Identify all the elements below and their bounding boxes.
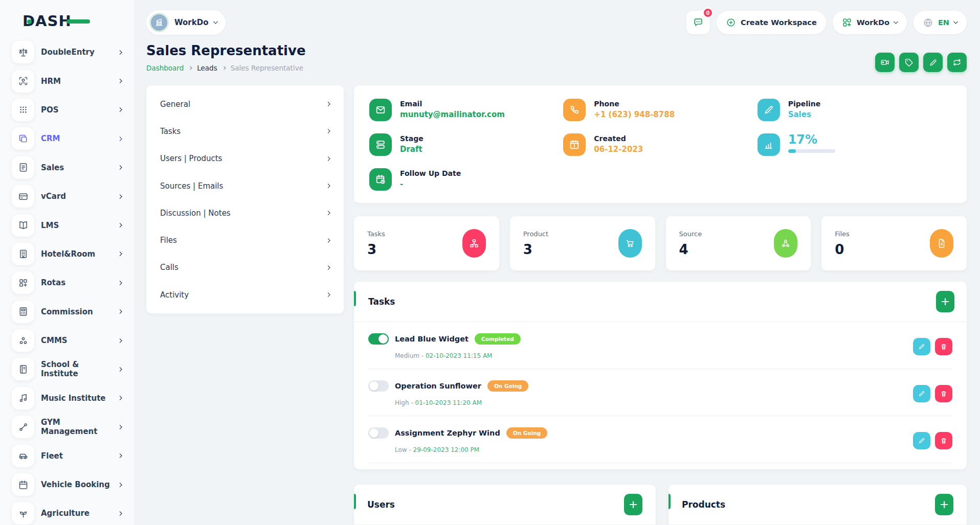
chevron-right-icon [118,338,123,343]
edit-task-button[interactable] [913,432,930,449]
info-progress: 17% [758,133,951,156]
toggle-knob [378,334,388,344]
sidebar-item-gym-management[interactable]: GYM Management [12,413,122,441]
sidebar-item-school-institute[interactable]: School & Institute [12,355,122,383]
edit-task-button[interactable] [913,338,930,355]
convert-to-deal-button[interactable] [875,53,895,72]
workspace-selector[interactable]: WorkDo [146,10,226,35]
delete-task-button[interactable] [935,338,952,355]
sidebar-item-music-institute[interactable]: Music Institute [12,384,122,413]
file-icon [930,229,953,258]
lead-nav-activity[interactable]: Activity [146,281,344,308]
add-product-button[interactable]: + [935,494,953,515]
progress-percent: 17% [788,133,835,146]
sidebar-item-commission[interactable]: Commission [12,298,122,326]
info-created: Created06-12-2023 [563,133,757,156]
sidebar-item-rotas[interactable]: Rotas [12,268,122,297]
sidebar-item-crm[interactable]: CRM [12,124,122,153]
chevron-down-icon [894,19,899,25]
sidebar-item-label: CMMS [41,336,118,345]
lead-nav-sources-emails[interactable]: Sources | Emails [146,172,344,199]
sidebar: DASH DoubleEntry HRM POS CRM Sales [0,0,134,525]
chevron-right-icon [326,238,331,243]
menu-item-label: General [160,100,190,109]
sidebar-item-agriculture[interactable]: Agriculture [12,499,122,525]
lead-nav-users-products[interactable]: Users | Products [146,145,344,172]
sidebar-item-hotelroom[interactable]: Hotel&Room [12,240,122,268]
sidebar-item-fleet[interactable]: Fleet [12,441,122,470]
add-user-button[interactable]: + [624,494,642,515]
create-workspace-label: Create Workspace [741,18,817,27]
language-dropdown[interactable]: EN [914,11,967,34]
network-icon [774,229,797,258]
sidebar-item-sales[interactable]: Sales [12,153,122,182]
stat-value: 3 [367,242,385,257]
task-row: Assignment Zephyr Wind On Going Low - 29… [368,416,952,463]
tasks-card: Tasks + Lead Blue Widget Completed Mediu… [354,282,967,469]
delete-task-button[interactable] [935,385,952,402]
lead-nav-card: General Tasks Users | Products Sources |… [146,85,344,313]
lead-nav-discussion-notes[interactable]: Discussion | Notes [146,199,344,226]
tasks-header: Tasks + [354,282,967,322]
sidebar-item-vehicle-booking[interactable]: Vehicle Booking [12,470,122,499]
stat-source: Source4 [666,216,811,270]
delete-task-button[interactable] [935,432,952,449]
scales-icon [12,41,34,63]
edit-task-button[interactable] [913,385,930,402]
sidebar-item-cmms[interactable]: CMMS [12,326,122,355]
chevron-right-icon [326,156,331,161]
credit-card-icon [12,185,34,208]
create-workspace-button[interactable]: Create Workspace [717,11,826,34]
messages-button[interactable]: 0 [686,11,710,34]
lead-nav-general[interactable]: General [146,90,344,118]
sitemap-icon [462,229,486,258]
sidebar-item-doubleentry[interactable]: DoubleEntry [12,38,122,66]
breadcrumb-leads[interactable]: Leads [197,64,217,72]
dash-logo[interactable]: DASH [23,12,99,31]
menu-item-label: Sources | Emails [160,181,223,191]
task-toggle[interactable] [368,380,389,392]
lead-nav-files[interactable]: Files [146,226,344,254]
phone-icon [563,99,586,121]
chevron-right-icon [326,292,331,298]
car-icon [12,445,34,467]
task-name: Lead Blue Widget [395,335,469,343]
workspace-name: WorkDo [174,18,208,27]
task-toggle[interactable] [368,333,389,345]
building-icon [12,243,34,265]
sidebar-item-label: Music Institute [41,394,118,403]
stat-product: Product3 [510,216,655,270]
add-task-button[interactable]: + [936,291,954,312]
lead-nav-calls[interactable]: Calls [146,254,344,281]
sidebar-item-hrm[interactable]: HRM [12,66,122,95]
calendar-clock-icon [369,168,392,191]
copy-icon [12,127,34,150]
chevron-right-icon [118,136,123,141]
breadcrumb-dashboard[interactable]: Dashboard [146,64,184,72]
lead-nav-tasks[interactable]: Tasks [146,118,344,145]
labels-button[interactable] [899,53,919,72]
sidebar-item-vcard[interactable]: vCard [12,182,122,211]
refresh-button[interactable] [947,53,967,72]
chevron-right-icon [118,50,123,55]
task-status-badge: On Going [487,380,528,392]
info-pipeline: PipelineSales [758,99,951,121]
notebook-icon [12,358,34,380]
edit-lead-button[interactable] [923,53,943,72]
breadcrumb-current: Sales Representative [231,64,303,72]
breadcrumb: Dashboard Leads Sales Representative [146,64,306,72]
task-name: Assignment Zephyr Wind [395,429,500,437]
server-icon [369,133,392,156]
sidebar-item-label: Vehicle Booking [41,480,118,489]
building-avatar-icon [149,13,169,32]
pencil-icon [918,343,925,350]
app-switcher-dropdown[interactable]: WorkDo [833,11,907,34]
task-toggle[interactable] [368,427,389,439]
stat-label: Files [835,230,850,238]
sidebar-item-lms[interactable]: LMS [12,211,122,239]
info-label: Phone [594,99,675,108]
sidebar-item-label: DoubleEntry [41,48,118,57]
sidebar-item-pos[interactable]: POS [12,96,122,124]
sidebar-item-label: HRM [41,77,118,86]
task-status-badge: Completed [475,333,521,345]
